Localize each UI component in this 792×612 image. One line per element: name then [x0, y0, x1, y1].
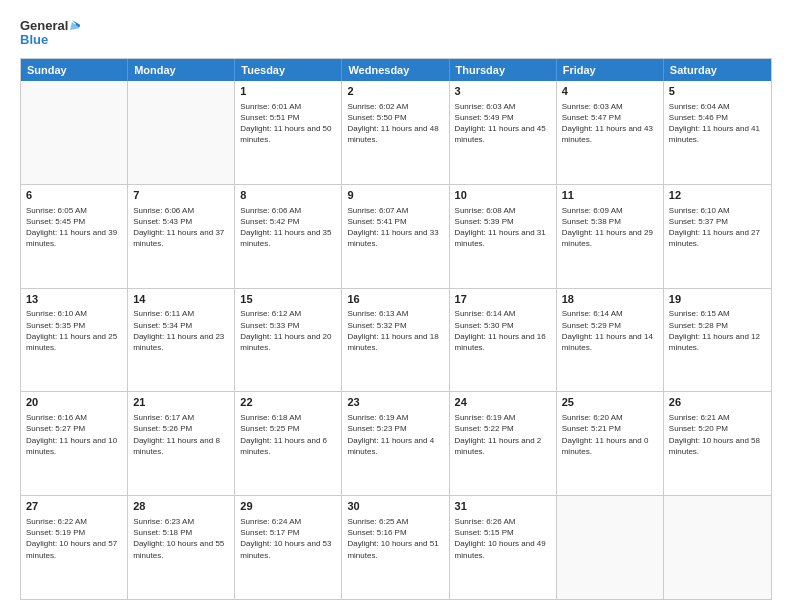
calendar-header: SundayMondayTuesdayWednesdayThursdayFrid… — [21, 59, 771, 81]
day-info: Sunrise: 6:06 AM Sunset: 5:43 PM Dayligh… — [133, 205, 229, 250]
day-cell-25: 25Sunrise: 6:20 AM Sunset: 5:21 PM Dayli… — [557, 392, 664, 495]
day-number: 2 — [347, 84, 443, 99]
day-number: 6 — [26, 188, 122, 203]
day-info: Sunrise: 6:10 AM Sunset: 5:35 PM Dayligh… — [26, 308, 122, 353]
page: General Blue SundayMondayTuesdayWednesda… — [0, 0, 792, 612]
day-number: 31 — [455, 499, 551, 514]
day-cell-12: 12Sunrise: 6:10 AM Sunset: 5:37 PM Dayli… — [664, 185, 771, 288]
calendar: SundayMondayTuesdayWednesdayThursdayFrid… — [20, 58, 772, 600]
day-cell-3: 3Sunrise: 6:03 AM Sunset: 5:49 PM Daylig… — [450, 81, 557, 184]
day-cell-9: 9Sunrise: 6:07 AM Sunset: 5:41 PM Daylig… — [342, 185, 449, 288]
day-cell-1: 1Sunrise: 6:01 AM Sunset: 5:51 PM Daylig… — [235, 81, 342, 184]
day-number: 26 — [669, 395, 766, 410]
day-info: Sunrise: 6:25 AM Sunset: 5:16 PM Dayligh… — [347, 516, 443, 561]
calendar-body: 1Sunrise: 6:01 AM Sunset: 5:51 PM Daylig… — [21, 81, 771, 599]
day-number: 24 — [455, 395, 551, 410]
day-cell-21: 21Sunrise: 6:17 AM Sunset: 5:26 PM Dayli… — [128, 392, 235, 495]
header-day-thursday: Thursday — [450, 59, 557, 81]
day-number: 29 — [240, 499, 336, 514]
day-number: 22 — [240, 395, 336, 410]
day-info: Sunrise: 6:01 AM Sunset: 5:51 PM Dayligh… — [240, 101, 336, 146]
day-cell-8: 8Sunrise: 6:06 AM Sunset: 5:42 PM Daylig… — [235, 185, 342, 288]
empty-cell-4-6 — [664, 496, 771, 599]
day-info: Sunrise: 6:08 AM Sunset: 5:39 PM Dayligh… — [455, 205, 551, 250]
day-info: Sunrise: 6:19 AM Sunset: 5:23 PM Dayligh… — [347, 412, 443, 457]
day-info: Sunrise: 6:03 AM Sunset: 5:47 PM Dayligh… — [562, 101, 658, 146]
day-number: 4 — [562, 84, 658, 99]
day-info: Sunrise: 6:15 AM Sunset: 5:28 PM Dayligh… — [669, 308, 766, 353]
day-info: Sunrise: 6:05 AM Sunset: 5:45 PM Dayligh… — [26, 205, 122, 250]
day-number: 9 — [347, 188, 443, 203]
day-number: 3 — [455, 84, 551, 99]
day-number: 17 — [455, 292, 551, 307]
day-info: Sunrise: 6:14 AM Sunset: 5:30 PM Dayligh… — [455, 308, 551, 353]
day-info: Sunrise: 6:24 AM Sunset: 5:17 PM Dayligh… — [240, 516, 336, 561]
day-number: 25 — [562, 395, 658, 410]
header-day-sunday: Sunday — [21, 59, 128, 81]
day-cell-10: 10Sunrise: 6:08 AM Sunset: 5:39 PM Dayli… — [450, 185, 557, 288]
day-info: Sunrise: 6:07 AM Sunset: 5:41 PM Dayligh… — [347, 205, 443, 250]
header-day-friday: Friday — [557, 59, 664, 81]
day-cell-5: 5Sunrise: 6:04 AM Sunset: 5:46 PM Daylig… — [664, 81, 771, 184]
day-info: Sunrise: 6:12 AM Sunset: 5:33 PM Dayligh… — [240, 308, 336, 353]
day-cell-19: 19Sunrise: 6:15 AM Sunset: 5:28 PM Dayli… — [664, 289, 771, 392]
header-day-wednesday: Wednesday — [342, 59, 449, 81]
day-cell-30: 30Sunrise: 6:25 AM Sunset: 5:16 PM Dayli… — [342, 496, 449, 599]
day-cell-17: 17Sunrise: 6:14 AM Sunset: 5:30 PM Dayli… — [450, 289, 557, 392]
logo: General Blue — [20, 16, 80, 52]
day-number: 23 — [347, 395, 443, 410]
day-number: 14 — [133, 292, 229, 307]
day-number: 7 — [133, 188, 229, 203]
day-cell-26: 26Sunrise: 6:21 AM Sunset: 5:20 PM Dayli… — [664, 392, 771, 495]
header: General Blue — [20, 16, 772, 52]
day-info: Sunrise: 6:02 AM Sunset: 5:50 PM Dayligh… — [347, 101, 443, 146]
calendar-row-1: 1Sunrise: 6:01 AM Sunset: 5:51 PM Daylig… — [21, 81, 771, 185]
calendar-row-5: 27Sunrise: 6:22 AM Sunset: 5:19 PM Dayli… — [21, 496, 771, 599]
day-info: Sunrise: 6:03 AM Sunset: 5:49 PM Dayligh… — [455, 101, 551, 146]
day-info: Sunrise: 6:13 AM Sunset: 5:32 PM Dayligh… — [347, 308, 443, 353]
header-day-monday: Monday — [128, 59, 235, 81]
day-info: Sunrise: 6:21 AM Sunset: 5:20 PM Dayligh… — [669, 412, 766, 457]
empty-cell-0-0 — [21, 81, 128, 184]
day-cell-15: 15Sunrise: 6:12 AM Sunset: 5:33 PM Dayli… — [235, 289, 342, 392]
logo-svg: General Blue — [20, 16, 80, 52]
day-cell-16: 16Sunrise: 6:13 AM Sunset: 5:32 PM Dayli… — [342, 289, 449, 392]
day-info: Sunrise: 6:20 AM Sunset: 5:21 PM Dayligh… — [562, 412, 658, 457]
day-info: Sunrise: 6:04 AM Sunset: 5:46 PM Dayligh… — [669, 101, 766, 146]
day-cell-13: 13Sunrise: 6:10 AM Sunset: 5:35 PM Dayli… — [21, 289, 128, 392]
day-number: 13 — [26, 292, 122, 307]
header-day-saturday: Saturday — [664, 59, 771, 81]
day-number: 18 — [562, 292, 658, 307]
calendar-row-4: 20Sunrise: 6:16 AM Sunset: 5:27 PM Dayli… — [21, 392, 771, 496]
day-info: Sunrise: 6:16 AM Sunset: 5:27 PM Dayligh… — [26, 412, 122, 457]
day-info: Sunrise: 6:22 AM Sunset: 5:19 PM Dayligh… — [26, 516, 122, 561]
day-number: 12 — [669, 188, 766, 203]
day-cell-4: 4Sunrise: 6:03 AM Sunset: 5:47 PM Daylig… — [557, 81, 664, 184]
day-number: 30 — [347, 499, 443, 514]
calendar-row-3: 13Sunrise: 6:10 AM Sunset: 5:35 PM Dayli… — [21, 289, 771, 393]
day-number: 19 — [669, 292, 766, 307]
empty-cell-0-1 — [128, 81, 235, 184]
day-info: Sunrise: 6:06 AM Sunset: 5:42 PM Dayligh… — [240, 205, 336, 250]
empty-cell-4-5 — [557, 496, 664, 599]
day-cell-11: 11Sunrise: 6:09 AM Sunset: 5:38 PM Dayli… — [557, 185, 664, 288]
day-cell-14: 14Sunrise: 6:11 AM Sunset: 5:34 PM Dayli… — [128, 289, 235, 392]
day-info: Sunrise: 6:10 AM Sunset: 5:37 PM Dayligh… — [669, 205, 766, 250]
day-cell-31: 31Sunrise: 6:26 AM Sunset: 5:15 PM Dayli… — [450, 496, 557, 599]
day-number: 28 — [133, 499, 229, 514]
day-number: 1 — [240, 84, 336, 99]
day-cell-6: 6Sunrise: 6:05 AM Sunset: 5:45 PM Daylig… — [21, 185, 128, 288]
day-info: Sunrise: 6:26 AM Sunset: 5:15 PM Dayligh… — [455, 516, 551, 561]
day-info: Sunrise: 6:11 AM Sunset: 5:34 PM Dayligh… — [133, 308, 229, 353]
day-cell-24: 24Sunrise: 6:19 AM Sunset: 5:22 PM Dayli… — [450, 392, 557, 495]
day-cell-29: 29Sunrise: 6:24 AM Sunset: 5:17 PM Dayli… — [235, 496, 342, 599]
day-info: Sunrise: 6:09 AM Sunset: 5:38 PM Dayligh… — [562, 205, 658, 250]
header-day-tuesday: Tuesday — [235, 59, 342, 81]
day-number: 20 — [26, 395, 122, 410]
day-cell-2: 2Sunrise: 6:02 AM Sunset: 5:50 PM Daylig… — [342, 81, 449, 184]
svg-text:General: General — [20, 18, 68, 33]
day-number: 15 — [240, 292, 336, 307]
day-number: 27 — [26, 499, 122, 514]
day-number: 8 — [240, 188, 336, 203]
day-cell-18: 18Sunrise: 6:14 AM Sunset: 5:29 PM Dayli… — [557, 289, 664, 392]
